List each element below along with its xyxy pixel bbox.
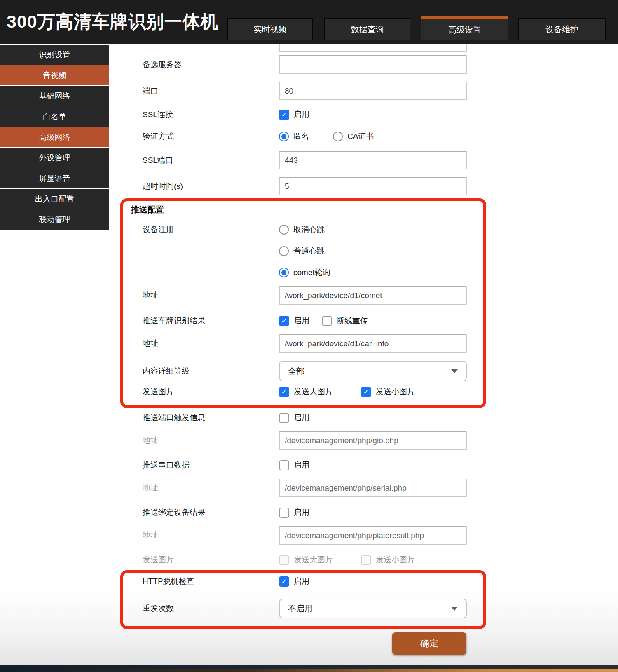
bind-result-label: 推送绑定设备结果 xyxy=(143,507,205,518)
device-register-label: 设备注册 xyxy=(143,224,174,235)
port-label: 端口 xyxy=(143,86,158,96)
send-big-image-disabled-checkbox xyxy=(279,555,289,565)
auth-ca-cert-label: CA证书 xyxy=(347,131,374,142)
serial-push-label: 推送串口数据 xyxy=(143,460,190,470)
sidebar-item-basic-network[interactable]: 基础网络 xyxy=(0,86,109,106)
app-title: 300万高清车牌识别一体机 xyxy=(7,10,219,34)
send-big-image-label: 发送大图片 xyxy=(294,386,333,397)
plate-result-label: 推送车牌识别结果 xyxy=(143,315,205,326)
send-big-image-checkbox[interactable] xyxy=(279,387,289,397)
serial-address-input[interactable] xyxy=(279,479,467,497)
alt-server-label: 备选服务器 xyxy=(143,59,182,70)
detail-level-select[interactable]: 全部 xyxy=(279,361,467,381)
resend-count-label: 重发次数 xyxy=(143,603,174,614)
plate-address-input[interactable] xyxy=(279,334,467,353)
plate-address-label: 地址 xyxy=(143,338,158,349)
sidebar-item-entrance-exit-config[interactable]: 出入口配置 xyxy=(0,189,109,209)
http-offline-check-label: HTTP脱机检查 xyxy=(143,576,194,587)
send-image-disabled-label: 发送图片 xyxy=(143,555,174,565)
ssl-label: SSL连接 xyxy=(143,109,173,120)
timeout-label: 超时时间(s) xyxy=(143,181,183,192)
bottom-orange-bar xyxy=(0,669,618,672)
tab-data-query[interactable]: 数据查询 xyxy=(324,18,410,40)
ssl-enable-label: 启用 xyxy=(294,109,309,120)
ssl-port-label: SSL端口 xyxy=(143,155,173,166)
send-small-image-disabled-label: 发送小图片 xyxy=(376,555,415,565)
serial-push-enable-checkbox[interactable] xyxy=(279,460,289,470)
auth-method-label: 验证方式 xyxy=(143,131,174,142)
auth-anonymous-radio[interactable] xyxy=(279,132,289,141)
auth-ca-cert-radio[interactable] xyxy=(333,132,343,141)
timeout-input[interactable] xyxy=(279,177,467,195)
send-small-image-label: 发送小图片 xyxy=(376,386,415,397)
register-cancel-heartbeat-label: 取消心跳 xyxy=(293,224,325,235)
send-small-image-disabled-checkbox xyxy=(361,555,371,565)
chevron-down-icon xyxy=(451,369,458,373)
sidebar-item-recognition-settings[interactable]: 识别设置 xyxy=(0,45,109,65)
port-trigger-label: 推送端口触发信息 xyxy=(143,412,205,423)
sidebar-item-advanced-network[interactable]: 高级网络 xyxy=(0,127,109,147)
bottom-dark-bar xyxy=(0,665,618,669)
send-image-label: 发送图片 xyxy=(143,386,174,397)
port-input[interactable] xyxy=(279,82,467,100)
plate-result-retransmit-label: 断线重传 xyxy=(337,315,368,326)
bind-address-input[interactable] xyxy=(279,526,467,545)
plate-result-retransmit-checkbox[interactable] xyxy=(322,316,332,326)
detail-level-value: 全部 xyxy=(288,366,304,377)
chevron-down-icon xyxy=(451,607,458,611)
sidebar-item-peripheral-management[interactable]: 外设管理 xyxy=(0,148,109,168)
register-comet-poll-radio[interactable] xyxy=(279,268,289,277)
push-config-heading: 推送配置 xyxy=(131,204,164,215)
serial-address-label: 地址 xyxy=(143,482,158,493)
register-normal-heartbeat-label: 普通心跳 xyxy=(293,246,325,256)
alt-server-input[interactable] xyxy=(279,55,467,74)
plate-result-enable-label: 启用 xyxy=(294,315,309,326)
tab-device-maintenance[interactable]: 设备维护 xyxy=(518,18,606,40)
register-cancel-heartbeat-radio[interactable] xyxy=(279,225,289,235)
header-bar: 300万高清车牌识别一体机 实时视频 数据查询 高级设置 设备维护 xyxy=(0,0,618,44)
http-offline-enable-label: 启用 xyxy=(294,576,309,587)
port-trigger-enable-checkbox[interactable] xyxy=(279,413,289,423)
send-small-image-checkbox[interactable] xyxy=(361,387,371,397)
register-address-label: 地址 xyxy=(143,290,158,301)
resend-count-select[interactable]: 不启用 xyxy=(279,599,467,618)
sidebar-item-audio-video[interactable]: 音视频 xyxy=(0,65,109,85)
register-address-input[interactable] xyxy=(279,286,467,305)
detail-level-label: 内容详细等级 xyxy=(143,366,190,376)
auth-anonymous-label: 匿名 xyxy=(293,131,309,142)
tab-advanced-settings[interactable]: 高级设置 xyxy=(421,16,508,40)
register-comet-poll-label: comet轮询 xyxy=(293,267,330,278)
bind-address-label: 地址 xyxy=(143,530,158,540)
bind-result-enable-checkbox[interactable] xyxy=(279,508,289,518)
port-trigger-enable-label: 启用 xyxy=(294,412,309,423)
sidebar-item-whitelist[interactable]: 白名单 xyxy=(0,106,109,127)
sidebar: 识别设置 音视频 基础网络 白名单 高级网络 外设管理 屏显语音 出入口配置 联… xyxy=(0,45,109,230)
confirm-button[interactable]: 确定 xyxy=(392,632,466,655)
port-trigger-address-label: 地址 xyxy=(143,435,158,446)
bind-result-enable-label: 启用 xyxy=(294,507,309,518)
register-normal-heartbeat-radio[interactable] xyxy=(279,246,289,256)
port-trigger-address-input[interactable] xyxy=(279,431,467,450)
ssl-enable-checkbox[interactable] xyxy=(279,110,289,120)
serial-push-enable-label: 启用 xyxy=(294,460,309,470)
plate-result-enable-checkbox[interactable] xyxy=(279,316,289,326)
ssl-port-input[interactable] xyxy=(279,151,467,169)
sidebar-item-screen-voice[interactable]: 屏显语音 xyxy=(0,168,109,188)
resend-count-value: 不启用 xyxy=(288,603,313,614)
send-big-image-disabled-label: 发送大图片 xyxy=(294,555,333,565)
tab-live-video[interactable]: 实时视频 xyxy=(227,18,313,40)
sidebar-item-linkage-management[interactable]: 联动管理 xyxy=(0,209,109,230)
http-offline-enable-checkbox[interactable] xyxy=(279,576,289,587)
